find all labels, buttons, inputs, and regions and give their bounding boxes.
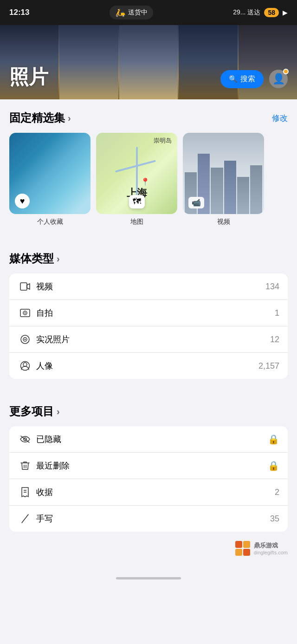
status-bar: 12:13 🛵 送货中 29... 送达 58 ▶ bbox=[0, 0, 297, 25]
more-items-title: 更多项目 bbox=[9, 404, 54, 419]
media-type-video-count: 134 bbox=[265, 282, 279, 292]
delivery-icon: 🛵 bbox=[115, 7, 125, 18]
home-indicator bbox=[0, 570, 297, 589]
media-type-video-row[interactable]: 视频 134 bbox=[9, 273, 288, 300]
collection-map-label: 地图 bbox=[130, 218, 143, 226]
status-right: 29... 送达 58 ▶ bbox=[233, 8, 288, 17]
pinned-collections-header: 固定精选集 › 修改 bbox=[9, 111, 288, 125]
media-types-header: 媒体类型 › bbox=[9, 251, 288, 266]
collection-favorites-thumb: ♥ bbox=[9, 133, 90, 214]
portrait-icon bbox=[18, 361, 32, 371]
search-button[interactable]: 🔍 搜索 bbox=[220, 70, 264, 88]
collection-videos-label: 视频 bbox=[217, 218, 230, 226]
more-item-handwriting-label: 手写 bbox=[36, 513, 270, 524]
collection-videos-thumb: 📹 bbox=[183, 133, 264, 214]
live-photo-icon bbox=[18, 334, 32, 345]
search-icon: 🔍 bbox=[229, 75, 238, 83]
deleted-lock-icon: 🔒 bbox=[268, 460, 279, 471]
more-items-section: 更多项目 › 已隐藏 🔒 bbox=[0, 393, 297, 532]
map-district-label: 崇明岛 bbox=[154, 137, 172, 145]
hero-content: 照片 🔍 搜索 👤 bbox=[0, 25, 297, 99]
selfie-icon bbox=[18, 308, 32, 318]
delivery-pill: 🛵 送货中 bbox=[110, 6, 153, 20]
map-pin-icon: 📍 bbox=[141, 177, 150, 186]
pinned-collections-section: 固定精选集 › 修改 ♥ 个人收藏 崇明岛 上海 bbox=[0, 99, 297, 226]
handwriting-icon bbox=[18, 514, 32, 524]
more-item-handwriting-count: 35 bbox=[270, 514, 279, 524]
hidden-icon bbox=[18, 435, 32, 443]
more-item-deleted-label: 最近删除 bbox=[36, 460, 268, 471]
pinned-collections-edit-button[interactable]: 修改 bbox=[272, 113, 288, 124]
hidden-lock-icon: 🔒 bbox=[268, 434, 279, 445]
media-type-portrait-label: 人像 bbox=[36, 360, 258, 371]
watermark-logo bbox=[235, 541, 250, 556]
person-icon: 👤 bbox=[272, 73, 285, 85]
collection-map[interactable]: 崇明岛 上海 📍 🗺 地图 bbox=[96, 133, 177, 226]
media-type-live-row[interactable]: 实况照片 12 bbox=[9, 326, 288, 353]
media-types-title-row[interactable]: 媒体类型 › bbox=[9, 251, 60, 266]
city-thumbnail: 📹 bbox=[183, 133, 264, 214]
more-items-header: 更多项目 › bbox=[9, 404, 288, 419]
hero-actions: 🔍 搜索 👤 bbox=[220, 70, 288, 88]
delivery-label: 送货中 bbox=[128, 8, 148, 17]
more-items-chevron: › bbox=[57, 406, 60, 417]
media-type-selfie-label: 自拍 bbox=[36, 307, 275, 319]
hero-section: 照片 🔍 搜索 👤 bbox=[0, 25, 297, 99]
more-item-hidden-label: 已隐藏 bbox=[36, 434, 268, 445]
media-type-selfie-count: 1 bbox=[275, 308, 279, 318]
pinned-collections-title: 固定精选集 bbox=[9, 111, 65, 125]
pinned-collections-chevron: › bbox=[68, 113, 71, 124]
collection-map-thumb: 崇明岛 上海 📍 🗺 bbox=[96, 133, 177, 214]
receipt-icon bbox=[18, 487, 32, 497]
deleted-icon bbox=[18, 461, 32, 471]
media-types-title: 媒体类型 bbox=[9, 251, 54, 266]
collections-row: ♥ 个人收藏 崇明岛 上海 📍 🗺 地图 bbox=[9, 133, 288, 226]
search-label: 搜索 bbox=[240, 74, 255, 84]
media-type-portrait-count: 2,157 bbox=[258, 361, 279, 371]
status-time: 12:13 bbox=[9, 8, 29, 17]
media-types-list: 视频 134 自拍 1 实况照片 bbox=[9, 273, 288, 379]
media-types-section: 媒体类型 › 视频 134 自拍 bbox=[0, 240, 297, 379]
more-item-receipt-label: 收据 bbox=[36, 487, 275, 498]
svg-rect-0 bbox=[20, 283, 27, 290]
more-items-list: 已隐藏 🔒 最近删除 🔒 收 bbox=[9, 426, 288, 532]
media-type-portrait-row[interactable]: 人像 2,157 bbox=[9, 353, 288, 379]
media-type-live-label: 实况照片 bbox=[36, 334, 270, 345]
video-icon bbox=[18, 282, 32, 291]
collection-videos[interactable]: 📹 视频 bbox=[183, 133, 264, 226]
watermark: 鼎乐游戏 dinglegifts.com bbox=[0, 532, 297, 570]
media-type-live-count: 12 bbox=[270, 335, 279, 345]
more-items-title-row[interactable]: 更多项目 › bbox=[9, 404, 60, 419]
media-type-video-label: 视频 bbox=[36, 281, 265, 292]
svg-line-15 bbox=[22, 514, 28, 523]
page-title: 照片 bbox=[9, 64, 48, 90]
ocean-thumbnail: ♥ bbox=[9, 133, 90, 214]
notification-badge: 58 bbox=[264, 8, 279, 17]
media-type-selfie-row[interactable]: 自拍 1 bbox=[9, 300, 288, 326]
map-background: 崇明岛 上海 📍 🗺 bbox=[96, 133, 177, 214]
media-types-chevron: › bbox=[57, 254, 60, 264]
collection-favorites[interactable]: ♥ 个人收藏 bbox=[9, 133, 90, 226]
more-item-receipt-row[interactable]: 收据 2 bbox=[9, 479, 288, 506]
svg-point-3 bbox=[25, 312, 26, 314]
more-item-receipt-count: 2 bbox=[275, 488, 279, 497]
watermark-brand: 鼎乐游戏 bbox=[254, 541, 288, 550]
avatar-notification-dot bbox=[283, 69, 289, 74]
watermark-box: 鼎乐游戏 dinglegifts.com bbox=[235, 541, 288, 556]
video-badge-icon: 📹 bbox=[188, 197, 204, 208]
pinned-collections-title-row[interactable]: 固定精选集 › bbox=[9, 111, 71, 125]
collection-favorites-label: 个人收藏 bbox=[37, 218, 63, 226]
delivery-time-text: 29... 送达 bbox=[233, 8, 260, 17]
watermark-url: dinglegifts.com bbox=[254, 550, 288, 555]
svg-point-6 bbox=[25, 339, 26, 340]
map-thumbnail: 崇明岛 上海 📍 🗺 bbox=[96, 133, 177, 214]
home-bar bbox=[116, 577, 181, 579]
avatar-button[interactable]: 👤 bbox=[269, 70, 288, 88]
more-item-handwriting-row[interactable]: 手写 35 bbox=[9, 506, 288, 532]
more-item-deleted-row[interactable]: 最近删除 🔒 bbox=[9, 453, 288, 479]
more-item-hidden-row[interactable]: 已隐藏 🔒 bbox=[9, 426, 288, 453]
heart-icon: ♥ bbox=[15, 194, 30, 208]
signal-icon: ▶ bbox=[283, 9, 288, 16]
svg-point-7 bbox=[23, 363, 27, 366]
map-badge-icon: 🗺 bbox=[129, 195, 145, 208]
